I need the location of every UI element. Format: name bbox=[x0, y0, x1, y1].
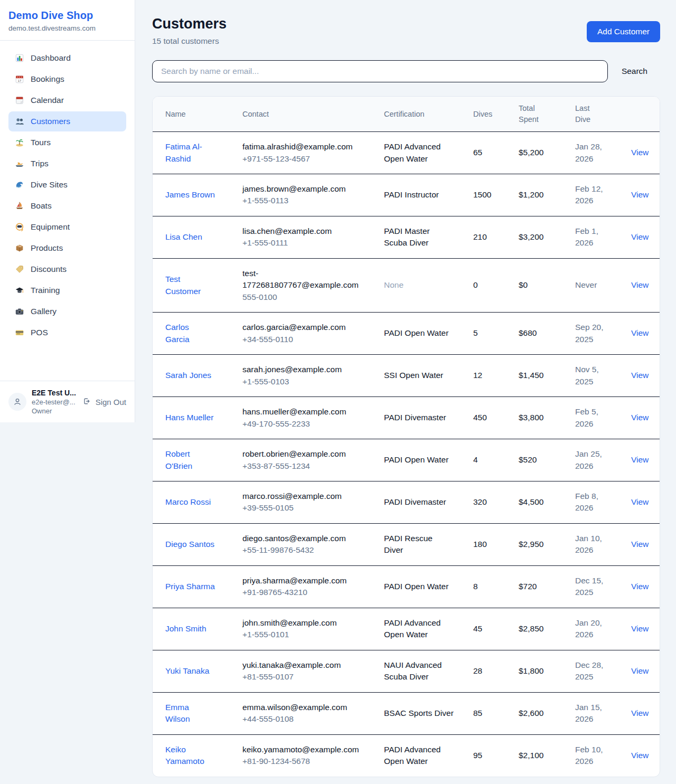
view-link[interactable]: View bbox=[631, 190, 649, 199]
sidebar-item-label: Dive Sites bbox=[31, 180, 68, 190]
view-link[interactable]: View bbox=[631, 148, 649, 157]
customer-name-link[interactable]: Test Customer bbox=[165, 273, 215, 297]
customer-last-dive: Feb 1, 2026 bbox=[575, 225, 609, 249]
sidebar-item-dive-sites[interactable]: Dive Sites bbox=[8, 175, 126, 195]
customer-name-link[interactable]: Fatima Al-Rashid bbox=[165, 141, 215, 165]
cell-certification: BSAC Sports Diver bbox=[384, 692, 473, 734]
table-row: Yuki Tanaka yuki.tanaka@example.com +81-… bbox=[153, 650, 660, 692]
customer-dives: 450 bbox=[473, 413, 487, 422]
sidebar-item-boats[interactable]: Boats bbox=[8, 196, 126, 216]
cell-last-dive: Nov 5, 2025 bbox=[575, 355, 631, 397]
sidebar-item-tours[interactable]: Tours bbox=[8, 133, 126, 153]
shop-title: Demo Dive Shop bbox=[8, 10, 126, 22]
cell-contact: yuki.tanaka@example.com +81-555-0107 bbox=[242, 650, 384, 692]
sidebar-footer: E2E Test U... e2e-tester@... Owner Sign … bbox=[0, 381, 135, 422]
customer-certification: PADI Open Water bbox=[384, 327, 454, 339]
customer-last-dive: Never bbox=[575, 279, 609, 291]
cell-contact: keiko.yamamoto@example.com +81-90-1234-5… bbox=[242, 734, 384, 776]
customer-dives: 65 bbox=[473, 148, 482, 157]
customer-name-link[interactable]: Yuki Tanaka bbox=[165, 665, 209, 677]
sign-out-button[interactable]: Sign Out bbox=[82, 397, 126, 407]
sailboat-icon bbox=[15, 201, 24, 211]
customer-total-spent: $3,200 bbox=[519, 232, 543, 241]
customer-name-link[interactable]: Keiko Yamamoto bbox=[165, 744, 215, 768]
sidebar-item-pos[interactable]: POS bbox=[8, 323, 126, 343]
view-link[interactable]: View bbox=[631, 371, 649, 380]
cell-contact: fatima.alrashid@example.com +971-55-123-… bbox=[242, 132, 384, 174]
cell-total-spent: $2,950 bbox=[519, 523, 575, 565]
customer-name-link[interactable]: Robert O'Brien bbox=[165, 448, 215, 472]
cell-dives: 0 bbox=[473, 258, 519, 312]
view-link[interactable]: View bbox=[631, 280, 649, 289]
cell-dives: 320 bbox=[473, 481, 519, 524]
customer-name-link[interactable]: James Brown bbox=[165, 189, 215, 201]
view-link[interactable]: View bbox=[631, 455, 649, 464]
customer-phone: +39-555-0105 bbox=[242, 502, 380, 514]
sidebar-item-dashboard[interactable]: Dashboard bbox=[8, 48, 126, 68]
sidebar-item-equipment[interactable]: Equipment bbox=[8, 217, 126, 237]
view-link[interactable]: View bbox=[631, 582, 649, 591]
customer-total-spent: $2,100 bbox=[519, 751, 543, 760]
sidebar-item-trips[interactable]: Trips bbox=[8, 154, 126, 174]
view-link[interactable]: View bbox=[631, 328, 649, 337]
cell-last-dive: Never bbox=[575, 258, 631, 312]
customer-name-link[interactable]: Priya Sharma bbox=[165, 581, 215, 592]
cell-last-dive: Sep 20, 2025 bbox=[575, 313, 631, 355]
customer-certification: NAUI Advanced Scuba Diver bbox=[384, 659, 454, 683]
sidebar-item-customers[interactable]: Customers bbox=[8, 111, 126, 131]
customer-certification: PADI Divemaster bbox=[384, 496, 454, 508]
view-link[interactable]: View bbox=[631, 413, 649, 422]
sidebar-item-bookings[interactable]: 17 Bookings bbox=[8, 69, 126, 89]
sidebar-item-gallery[interactable]: Gallery bbox=[8, 301, 126, 322]
customer-certification: PADI Advanced Open Water bbox=[384, 141, 454, 165]
customer-certification: PADI Master Scuba Diver bbox=[384, 225, 454, 249]
table-row: Keiko Yamamoto keiko.yamamoto@example.co… bbox=[153, 734, 660, 776]
customer-name-link[interactable]: Hans Mueller bbox=[165, 412, 213, 423]
table-row: Fatima Al-Rashid fatima.alrashid@example… bbox=[153, 132, 660, 174]
customer-dives: 45 bbox=[473, 624, 482, 633]
view-link[interactable]: View bbox=[631, 709, 649, 717]
view-link[interactable]: View bbox=[631, 666, 649, 675]
cell-name: Priya Sharma bbox=[153, 565, 242, 608]
customer-phone: 555-0100 bbox=[242, 291, 380, 303]
view-link[interactable]: View bbox=[631, 497, 649, 506]
cell-view: View bbox=[631, 650, 660, 692]
view-link[interactable]: View bbox=[631, 232, 649, 241]
customer-email: keiko.yamamoto@example.com bbox=[242, 744, 360, 755]
cell-certification: PADI Rescue Diver bbox=[384, 523, 473, 565]
table-row: Sarah Jones sarah.jones@example.com +1-5… bbox=[153, 355, 660, 397]
sidebar-item-label: Customers bbox=[31, 117, 70, 126]
customer-name-link[interactable]: Sarah Jones bbox=[165, 370, 211, 381]
add-customer-button[interactable]: Add Customer bbox=[587, 21, 660, 42]
page-header-text: Customers 15 total customers bbox=[152, 16, 227, 46]
sidebar-item-label: Equipment bbox=[31, 222, 70, 232]
user-role: Owner bbox=[32, 407, 77, 415]
customer-name-link[interactable]: Diego Santos bbox=[165, 539, 214, 550]
customer-name-link[interactable]: Marco Rossi bbox=[165, 496, 211, 508]
customer-name-link[interactable]: Carlos Garcia bbox=[165, 322, 215, 345]
customer-name-link[interactable]: Lisa Chen bbox=[165, 231, 202, 243]
customer-phone: +81-555-0107 bbox=[242, 671, 380, 683]
cell-certification: PADI Advanced Open Water bbox=[384, 132, 473, 174]
view-link[interactable]: View bbox=[631, 751, 649, 760]
sidebar-item-products[interactable]: Products bbox=[8, 238, 126, 258]
customer-name-link[interactable]: John Smith bbox=[165, 623, 206, 635]
cell-dives: 12 bbox=[473, 355, 519, 397]
sidebar-item-calendar[interactable]: Calendar bbox=[8, 90, 126, 110]
search-input[interactable] bbox=[152, 60, 608, 82]
cell-name: Lisa Chen bbox=[153, 216, 242, 258]
tear-off-calendar-icon bbox=[15, 96, 24, 105]
view-link[interactable]: View bbox=[631, 624, 649, 633]
cell-certification: SSI Open Water bbox=[384, 355, 473, 397]
cell-contact: diego.santos@example.com +55-11-99876-54… bbox=[242, 523, 384, 565]
table-row: Hans Mueller hans.mueller@example.com +4… bbox=[153, 397, 660, 439]
view-link[interactable]: View bbox=[631, 540, 649, 549]
customer-name-link[interactable]: Emma Wilson bbox=[165, 702, 215, 725]
sidebar-item-training[interactable]: Training bbox=[8, 280, 126, 300]
cell-contact: test-1772681807767@example.com 555-0100 bbox=[242, 258, 384, 312]
search-button[interactable]: Search bbox=[609, 67, 660, 76]
customer-dives: 5 bbox=[473, 328, 478, 337]
sidebar-item-discounts[interactable]: Discounts bbox=[8, 259, 126, 279]
cell-dives: 28 bbox=[473, 650, 519, 692]
sidebar-item-label: Training bbox=[31, 286, 60, 295]
